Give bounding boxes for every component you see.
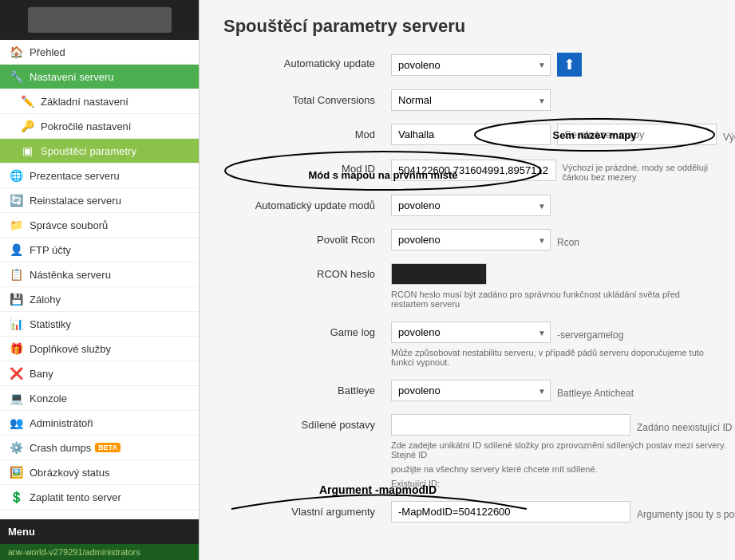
game-log-side-hint: -servergamelog [557,325,623,341]
gift-icon: 🎁 [8,342,24,355]
page-title: Spouštěcí parametry serveru [223,16,711,37]
sidebar-item-label: Konzole [30,392,67,404]
sidebar-menu-section: Menu [0,519,199,544]
total-conversions-row: Total Conversions Normal Other ▼ [223,89,711,111]
sidebar-item-spravce-souboru[interactable]: 📁 Správce souborů [0,213,199,238]
sidebar-item-label: Administrátoři [30,417,93,429]
rcon-heslo-input[interactable] [391,263,487,285]
sdilene-postavy-label: Sdílené postavy [223,414,383,431]
vlastni-argumenty-label: Vlastní argumenty [223,501,383,518]
folder-icon: 📁 [8,219,24,231]
image-icon: 🖼️ [8,466,24,479]
automaticky-update-modu-label: Automatický update modů [223,195,383,211]
sidebar-item-nastaveni-serveru[interactable]: 🔧 Nastavení serveru [0,65,199,89]
povolit-rcon-select-wrapper: povoleno zakázáno ▼ [391,229,551,250]
key-icon: 🔑 [19,120,35,132]
povolit-rcon-row: Povolit Rcon povoleno zakázáno ▼ Rcon [223,229,711,250]
rcon-heslo-label: RCON heslo [223,263,383,280]
sidebar-item-spousteci-parametry[interactable]: ▣ Spouštěcí parametry [0,139,199,164]
automaticky-update-inline: povoleno zakázáno ▼ ⬆ [391,53,711,77]
stats-icon: 📊 [8,317,24,330]
vlastni-argumenty-row: Vlastní argumenty Argumenty jsou ty s po… [223,501,711,523]
total-conversions-select-wrapper: Normal Other ▼ [391,89,551,111]
sidebar-item-doplnkove[interactable]: 🎁 Doplňkové služby [0,337,199,361]
automaticky-update-select[interactable]: povoleno zakázáno [391,54,551,76]
automaticky-update-modu-control: povoleno zakázáno ▼ [391,195,711,216]
game-log-control: povoleno zakázáno ▼ -servergamelog Může … [391,321,711,367]
automaticky-update-label: Automatický update [223,53,383,69]
mod-row: Mod Výchozí TheIsland Sem název mapy [223,124,711,145]
user-icon: 👤 [8,243,24,256]
sidebar-item-zakladni-nastaveni[interactable]: ✏️ Základní nastavení [0,89,199,114]
payment-icon: 💲 [8,491,24,503]
sdilene-postavy-hint1: Zde zadejte unikátní ID sdílené složky p… [391,440,732,459]
vlastni-argumenty-input[interactable] [391,501,630,523]
sidebar-item-crash-dumps[interactable]: ⚙️ Crash dumps BETA [0,436,199,460]
rcon-side-hint: Rcon [557,232,579,248]
admins-icon: 👥 [8,416,24,429]
reinstall-icon: 🔄 [8,194,24,207]
sidebar-header [0,0,199,40]
sidebar-item-nastenska[interactable]: 📋 Nástěnka serveru [0,262,199,287]
sidebar-item-statistiky[interactable]: 📊 Statistiky [0,312,199,337]
total-conversions-control: Normal Other ▼ [391,89,711,111]
vlastni-argumenty-control: Argumenty jsou ty s pomlčkou :) Argument… [391,501,735,523]
console-icon: 💻 [8,392,24,404]
sidebar-item-pokrocile-nastaveni[interactable]: 🔑 Pokročilé nastavení [0,114,199,139]
sidebar-item-label: Zálohy [30,294,61,306]
battleye-select[interactable]: povoleno zakázáno [391,380,551,401]
sdilene-postavy-inline: Zadáno neexistující ID [391,414,732,436]
rcon-heslo-control: RCON heslo musí být zadáno pro správnou … [391,263,711,309]
mod-id-label: Mod ID [223,158,383,175]
mod-value-input[interactable] [391,124,551,145]
upload-arrow-icon: ⬆ [563,56,575,73]
sdilene-postavy-input[interactable] [391,414,630,436]
sidebar-nav: 🏠 Přehled 🔧 Nastavení serveru ✏️ Základn… [0,40,199,519]
board-icon: 📋 [8,268,24,281]
automaticky-update-select-wrapper: povoleno zakázáno ▼ [391,54,551,76]
sidebar-item-zalohy[interactable]: 💾 Zálohy [0,287,199,312]
sidebar-item-ftp[interactable]: 👤 FTP účty [0,238,199,262]
sidebar-item-label: FTP účty [30,244,71,256]
sidebar-item-konzole[interactable]: 💻 Konzole [0,386,199,411]
crash-icon: ⚙️ [8,441,24,454]
argument-annotation-label: Argument -mapmodID [319,483,437,496]
sidebar-item-prezentace[interactable]: 🌐 Prezentace serveru [0,164,199,188]
game-log-label: Game log [223,321,383,338]
globe-icon: 🌐 [8,169,24,182]
rcon-heslo-hint: RCON heslo musí být zadáno pro správnou … [391,290,711,309]
beta-badge: BETA [95,443,121,452]
povolit-rcon-inline: povoleno zakázáno ▼ Rcon [391,229,711,250]
wrench-icon: 🔧 [8,70,24,83]
battleye-label: Battleye [223,380,383,396]
mod-id-input[interactable] [391,160,556,181]
povolit-rcon-control: povoleno zakázáno ▼ Rcon [391,229,711,250]
sdilene-postavy-control: Zadáno neexistující ID Zde zadejte uniká… [391,414,732,488]
mod-map-input[interactable] [557,124,717,145]
server-url: arw-world-v279291/administrators [0,544,199,560]
sidebar-item-prehled[interactable]: 🏠 Přehled [0,40,199,65]
total-conversions-select[interactable]: Normal Other [391,89,551,111]
sidebar-item-administratori[interactable]: 👥 Administrátoři [0,411,199,436]
sidebar-item-zaplatit[interactable]: 💲 Zaplatit tento server [0,485,199,510]
sidebar-item-bany[interactable]: ❌ Bany [0,361,199,386]
sidebar-item-label: Zaplatit tento server [30,491,121,503]
sidebar-item-label: Bany [30,368,53,380]
sidebar-item-label: Crash dumps [30,442,91,454]
automaticky-update-modu-select-wrapper: povoleno zakázáno ▼ [391,195,551,216]
battleye-side-hint: Battleye Anticheat [557,383,634,399]
main-content: Spouštěcí parametry serveru Automatický … [200,0,735,560]
povolit-rcon-select[interactable]: povoleno zakázáno [391,229,551,250]
mod-inline: Výchozí TheIsland [391,124,735,145]
battleye-select-wrapper: povoleno zakázáno ▼ [391,380,551,401]
update-upload-button[interactable]: ⬆ [557,53,582,77]
sidebar-item-label: Pokročilé nastavení [41,120,131,132]
sdilene-postavy-existing-label: Existující ID: [391,479,732,488]
game-log-select[interactable]: povoleno zakázáno [391,321,551,343]
vlastni-argumenty-side-hint: Argumenty jsou ty s pomlčkou :) [637,504,735,520]
sidebar-item-obrazkovy-status[interactable]: 🖼️ Obrázkový status [0,460,199,485]
vlastni-argumenty-inline: Argumenty jsou ty s pomlčkou :) [391,501,735,523]
sidebar-item-reinstalace[interactable]: 🔄 Reinstalace serveru [0,188,199,213]
automaticky-update-modu-select[interactable]: povoleno zakázáno [391,195,551,216]
rcon-heslo-row: RCON heslo RCON heslo musí být zadáno pr… [223,263,711,309]
